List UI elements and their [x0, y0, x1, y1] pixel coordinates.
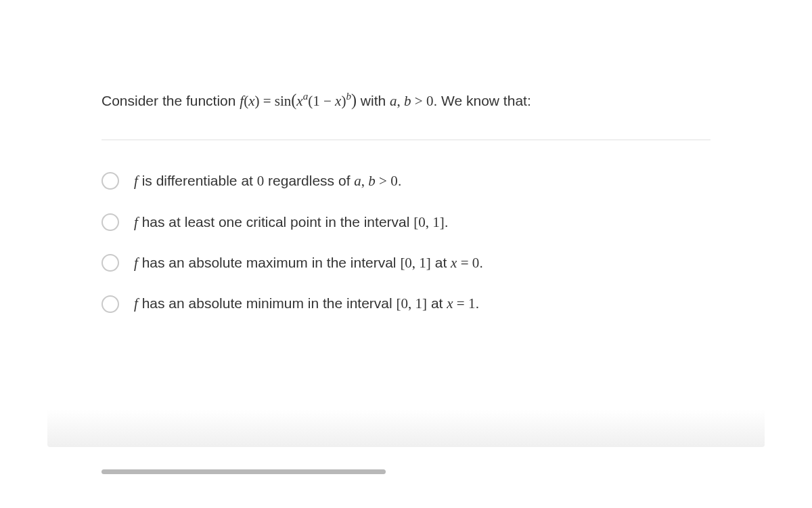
radio-icon[interactable] — [102, 254, 119, 272]
text: has an absolute minimum in the interval — [138, 295, 397, 311]
question-container: Consider the function f(x) = sin(xa(1 − … — [0, 0, 812, 314]
sym-x2: x — [296, 93, 302, 109]
stem-prefix: Consider the function — [102, 93, 240, 108]
stem-condition: a, b > 0 — [390, 93, 433, 109]
text: has at least one critical point in the i… — [138, 214, 413, 230]
sym-eq-sin: ) = sin — [254, 93, 291, 109]
sym-comma: , — [397, 93, 405, 109]
sym-exp-a: a — [303, 91, 309, 102]
radio-icon[interactable] — [102, 295, 119, 313]
sym-gt0: > 0 — [376, 173, 398, 189]
sym-b: b — [368, 173, 376, 189]
option-text: f is differentiable at 0 regardless of a… — [134, 171, 402, 191]
option-1[interactable]: f is differentiable at 0 regardless of a… — [102, 171, 710, 191]
text: regardless of — [264, 173, 354, 188]
sym-eq: = 0 — [457, 255, 479, 271]
option-text: f has at least one critical point in the… — [134, 212, 449, 232]
option-2[interactable]: f has at least one critical point in the… — [102, 212, 710, 232]
sym-eq: = 1 — [453, 295, 476, 312]
sym-0: 0 — [257, 173, 265, 189]
scrollbar-thumb[interactable] — [102, 469, 386, 474]
text: is differentiable at — [138, 173, 257, 188]
sym-x: x — [451, 255, 457, 271]
sym-exp-b: b — [346, 91, 351, 102]
sym-interval: [0, 1] — [413, 214, 445, 230]
radio-icon[interactable] — [102, 172, 119, 190]
stem-with: with — [357, 93, 390, 108]
text: . — [475, 295, 479, 311]
question-stem: Consider the function f(x) = sin(xa(1 − … — [102, 88, 710, 112]
divider — [102, 140, 710, 140]
horizontal-scrollbar[interactable] — [102, 469, 386, 474]
sym-bigclose: ) — [351, 91, 357, 109]
text: at — [431, 255, 451, 270]
sym-interval: [0, 1] — [397, 295, 428, 312]
options-list: f is differentiable at 0 regardless of a… — [102, 171, 710, 314]
option-3[interactable]: f has an absolute maximum in the interva… — [102, 253, 710, 273]
radio-icon[interactable] — [102, 213, 119, 231]
text: . — [479, 255, 483, 270]
sym-a: a — [390, 93, 397, 109]
sym-comma: , — [361, 173, 369, 189]
stem-suffix: . We know that: — [433, 93, 531, 108]
text: . — [398, 173, 402, 188]
sym-gt0: > 0 — [411, 93, 434, 109]
option-text: f has an absolute minimum in the interva… — [134, 293, 479, 314]
sym-interval: [0, 1] — [400, 255, 431, 271]
text: has an absolute maximum in the interval — [138, 255, 401, 270]
sym-x: x — [447, 295, 453, 312]
sym-mid: (1 − — [308, 93, 335, 109]
sym-a: a — [354, 173, 361, 189]
option-4[interactable]: f has an absolute minimum in the interva… — [102, 293, 710, 314]
text: . — [445, 214, 449, 230]
stem-formula: f(x) = sin(xa(1 − x)b) — [240, 93, 357, 109]
bottom-shadow — [47, 410, 765, 447]
sym-b: b — [404, 93, 411, 109]
option-text: f has an absolute maximum in the interva… — [134, 253, 483, 273]
text: at — [427, 295, 447, 311]
